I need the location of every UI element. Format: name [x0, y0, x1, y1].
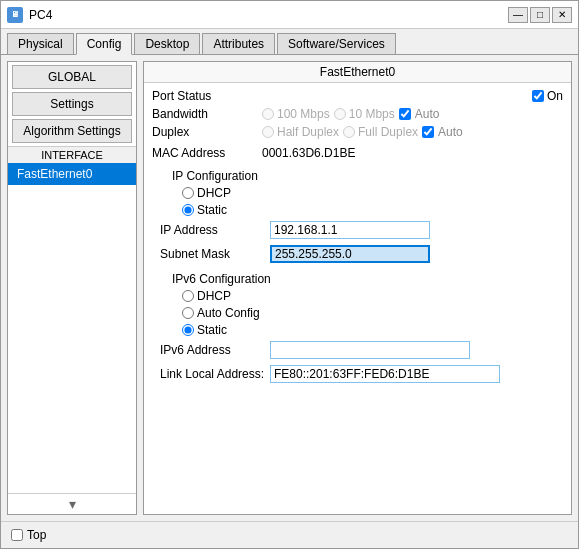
- port-on-checkbox[interactable]: [532, 90, 544, 102]
- duplex-row: Duplex Half Duplex Full Duplex Auto: [152, 125, 563, 139]
- bw-10mbps-option[interactable]: 10 Mbps: [334, 107, 395, 121]
- duplex-options: Half Duplex Full Duplex Auto: [262, 125, 563, 139]
- ipv6-address-row: IPv6 Address: [160, 340, 563, 360]
- ip-address-label: IP Address: [160, 223, 270, 237]
- right-panel: FastEthernet0 Port Status On Bandwidth: [143, 61, 572, 515]
- ipv6-static-option[interactable]: Static: [182, 323, 563, 337]
- main-window: 🖥 PC4 — □ ✕ Physical Config Desktop Attr…: [0, 0, 579, 549]
- config-content: Port Status On Bandwidth 100 Mbps: [144, 83, 571, 514]
- top-checkbox-row: Top: [11, 528, 46, 542]
- on-label: On: [547, 89, 563, 103]
- title-bar: 🖥 PC4 — □ ✕: [1, 1, 578, 29]
- window-controls: — □ ✕: [508, 7, 572, 23]
- subnet-mask-label: Subnet Mask: [160, 247, 270, 261]
- duplex-half-radio[interactable]: [262, 126, 274, 138]
- minimize-button[interactable]: —: [508, 7, 528, 23]
- ipv6-static-label: Static: [197, 323, 227, 337]
- mac-label: MAC Address: [152, 146, 262, 160]
- bottom-bar: Top: [1, 521, 578, 548]
- ipv6-dhcp-radio[interactable]: [182, 290, 194, 302]
- ipv6-static-row: Static: [182, 323, 563, 337]
- scroll-down-indicator[interactable]: ▾: [8, 493, 136, 514]
- ipv6-dhcp-row: DHCP: [182, 289, 563, 303]
- ip-static-option[interactable]: Static: [182, 203, 563, 217]
- mac-value: 0001.63D6.D1BE: [262, 146, 355, 160]
- tab-software-services[interactable]: Software/Services: [277, 33, 396, 54]
- link-local-input[interactable]: [270, 365, 500, 383]
- top-label: Top: [27, 528, 46, 542]
- bw-10mbps-label: 10 Mbps: [349, 107, 395, 121]
- app-icon: 🖥: [7, 7, 23, 23]
- port-status-label: Port Status: [152, 89, 532, 103]
- duplex-auto-checkbox[interactable]: [422, 126, 434, 138]
- tab-attributes[interactable]: Attributes: [202, 33, 275, 54]
- duplex-half-label: Half Duplex: [277, 125, 339, 139]
- ipv6-dhcp-option[interactable]: DHCP: [182, 289, 563, 303]
- ipv6-auto-label: Auto Config: [197, 306, 260, 320]
- top-checkbox[interactable]: [11, 529, 23, 541]
- ip-config-header: IP Configuration: [172, 169, 563, 183]
- global-button[interactable]: GLOBAL: [12, 65, 132, 89]
- bw-auto-label: Auto: [415, 107, 440, 121]
- ip-static-row: Static: [182, 203, 563, 217]
- duplex-full-label: Full Duplex: [358, 125, 418, 139]
- ip-dhcp-radio[interactable]: [182, 187, 194, 199]
- bw-100mbps-label: 100 Mbps: [277, 107, 330, 121]
- ip-dhcp-row: DHCP: [182, 186, 563, 200]
- ipv6-address-input[interactable]: [270, 341, 470, 359]
- port-status-row: Port Status On: [152, 89, 563, 103]
- bw-10mbps-radio[interactable]: [334, 108, 346, 120]
- tabs-bar: Physical Config Desktop Attributes Softw…: [1, 29, 578, 55]
- sidebar-scroll: FastEthernet0: [8, 163, 136, 493]
- panel-title: FastEthernet0: [144, 62, 571, 83]
- bandwidth-row: Bandwidth 100 Mbps 10 Mbps Auto: [152, 107, 563, 121]
- duplex-full-option[interactable]: Full Duplex: [343, 125, 418, 139]
- ip-address-row: IP Address: [160, 220, 563, 240]
- link-local-row: Link Local Address:: [160, 364, 563, 384]
- sidebar-item-fastethernet0[interactable]: FastEthernet0: [8, 163, 136, 185]
- duplex-label: Duplex: [152, 125, 262, 139]
- ipv6-auto-row: Auto Config: [182, 306, 563, 320]
- ip-static-label: Static: [197, 203, 227, 217]
- link-local-label: Link Local Address:: [160, 367, 270, 381]
- ipv6-address-label: IPv6 Address: [160, 343, 270, 357]
- tab-config[interactable]: Config: [76, 33, 133, 55]
- duplex-auto-label: Auto: [438, 125, 463, 139]
- bw-100mbps-radio[interactable]: [262, 108, 274, 120]
- ipv6-static-radio[interactable]: [182, 324, 194, 336]
- window-title: PC4: [29, 8, 508, 22]
- bandwidth-label: Bandwidth: [152, 107, 262, 121]
- tab-desktop[interactable]: Desktop: [134, 33, 200, 54]
- mac-address-row: MAC Address 0001.63D6.D1BE: [152, 143, 563, 163]
- bw-100mbps-option[interactable]: 100 Mbps: [262, 107, 330, 121]
- maximize-button[interactable]: □: [530, 7, 550, 23]
- ipv6-dhcp-label: DHCP: [197, 289, 231, 303]
- ipv6-auto-option[interactable]: Auto Config: [182, 306, 563, 320]
- ipv6-auto-radio[interactable]: [182, 307, 194, 319]
- ip-address-input[interactable]: [270, 221, 430, 239]
- ipv6-config-header: IPv6 Configuration: [172, 272, 563, 286]
- duplex-full-radio[interactable]: [343, 126, 355, 138]
- tab-physical[interactable]: Physical: [7, 33, 74, 54]
- subnet-mask-input[interactable]: [270, 245, 430, 263]
- algorithm-settings-button[interactable]: Algorithm Settings: [12, 119, 132, 143]
- ip-dhcp-label: DHCP: [197, 186, 231, 200]
- main-content: GLOBAL Settings Algorithm Settings INTER…: [1, 55, 578, 521]
- close-button[interactable]: ✕: [552, 7, 572, 23]
- settings-button[interactable]: Settings: [12, 92, 132, 116]
- on-controls: On: [532, 89, 563, 103]
- bw-auto-checkbox[interactable]: [399, 108, 411, 120]
- sidebar: GLOBAL Settings Algorithm Settings INTER…: [7, 61, 137, 515]
- duplex-half-option[interactable]: Half Duplex: [262, 125, 339, 139]
- subnet-mask-row: Subnet Mask: [160, 244, 563, 264]
- ip-static-radio[interactable]: [182, 204, 194, 216]
- bandwidth-options: 100 Mbps 10 Mbps Auto: [262, 107, 563, 121]
- interface-label: INTERFACE: [8, 146, 136, 163]
- ip-dhcp-option[interactable]: DHCP: [182, 186, 563, 200]
